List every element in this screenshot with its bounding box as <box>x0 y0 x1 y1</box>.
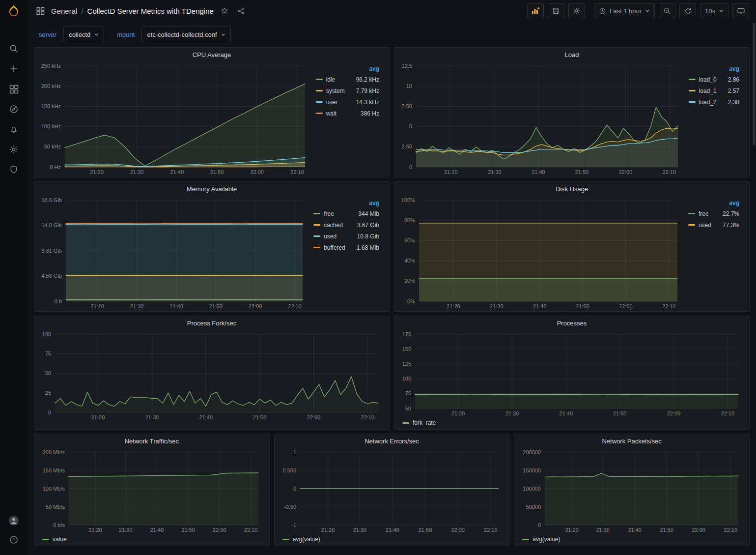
legend-item[interactable]: system7.79 kHz <box>316 85 379 96</box>
variables-bar: server collectd mount etc-collectd-colle… <box>28 22 756 47</box>
panel-legend[interactable]: avg(value) <box>275 535 509 546</box>
legend-item[interactable]: load_02.86 <box>689 74 739 85</box>
chart-disk[interactable]: 0%20%40%60%80%100%21:2021:3021:4021:5022… <box>397 196 685 310</box>
save-dashboard-button[interactable] <box>548 3 564 18</box>
panel-net_packets: Network Packets/sec050000100000150000200… <box>514 434 750 546</box>
svg-text:0: 0 <box>48 409 51 415</box>
chart-fork[interactable]: 025507510021:2021:3021:4021:5022:0022:10 <box>37 330 386 421</box>
legend-item[interactable]: wait386 Hz <box>316 108 379 119</box>
panel-title[interactable]: Network Errors/sec <box>275 434 509 448</box>
series-name: avg(value) <box>532 536 560 543</box>
chart-net_errors[interactable]: -1-0.5000.500121:2021:3021:4021:5022:002… <box>278 448 506 534</box>
legend-item[interactable]: used10.8 Gib <box>313 231 379 242</box>
legend-item[interactable]: load_22.38 <box>689 96 739 108</box>
zoom-out-icon <box>663 7 671 15</box>
series-swatch <box>522 539 529 540</box>
panel-title[interactable]: Process Fork/sec <box>34 316 389 330</box>
panel-title[interactable]: Network Packets/sec <box>514 434 749 448</box>
scrollbar[interactable] <box>753 23 756 554</box>
variable-value-server[interactable]: collectd <box>63 27 104 42</box>
chart-load[interactable]: 02.5057.501012.521:2021:3021:4021:5022:0… <box>397 61 686 176</box>
svg-text:14.0 Gib: 14.0 Gib <box>41 222 62 228</box>
svg-text:250 kHz: 250 kHz <box>41 63 61 69</box>
page-title: CollectD Server Metrics with TDengine <box>87 7 214 15</box>
help-icon[interactable]: ? <box>8 534 19 545</box>
grafana-logo[interactable] <box>0 0 28 23</box>
scrollbar-thumb[interactable] <box>753 23 756 146</box>
refresh-interval-label: 10s <box>705 7 715 15</box>
series-name: value <box>53 536 67 543</box>
legend-item[interactable]: idle96.2 kHz <box>316 74 379 85</box>
panel-legend[interactable]: fork_rate <box>394 418 749 429</box>
create-icon[interactable] <box>8 63 19 74</box>
breadcrumb-folder[interactable]: General <box>51 7 77 15</box>
panel-legend[interactable]: value <box>34 535 269 546</box>
svg-text:22:00: 22:00 <box>692 527 706 533</box>
legend-item[interactable]: free22.7% <box>688 208 739 219</box>
time-range-picker[interactable]: Last 1 hour <box>594 3 655 18</box>
legend-item[interactable]: load_12.57 <box>689 85 739 96</box>
alerting-icon[interactable] <box>8 124 19 135</box>
user-avatar[interactable] <box>8 515 19 526</box>
add-panel-button[interactable] <box>527 3 544 18</box>
legend-avg-header[interactable]: avg <box>369 65 379 72</box>
explore-icon[interactable] <box>8 104 19 115</box>
legend-item[interactable]: free344 Mib <box>313 208 379 219</box>
share-icon[interactable] <box>235 5 247 17</box>
panel-title[interactable]: Network Traffic/sec <box>34 434 269 448</box>
series-name: load_2 <box>699 99 717 106</box>
legend-item[interactable]: cached3.67 Gib <box>313 219 379 231</box>
search-icon[interactable] <box>8 43 19 54</box>
panel-title[interactable]: Memory Available <box>34 182 389 196</box>
chart-processes[interactable]: 507510012515017521:2021:3021:4021:5022:0… <box>397 330 746 417</box>
star-icon[interactable] <box>219 5 230 17</box>
svg-text:22:00: 22:00 <box>307 414 321 420</box>
legend-item[interactable]: used77.3% <box>688 219 739 231</box>
breadcrumb-separator: / <box>81 7 83 15</box>
svg-text:21:20: 21:20 <box>90 169 104 175</box>
svg-text:50 Mb/s: 50 Mb/s <box>46 504 65 510</box>
apps-grid-icon[interactable] <box>34 5 46 17</box>
series-avg-value: 2.86 <box>720 76 739 83</box>
svg-text:100000: 100000 <box>523 486 541 492</box>
panel-title[interactable]: Load <box>394 48 749 61</box>
panel-title[interactable]: Disk Usage <box>394 182 749 196</box>
panel-title[interactable]: CPU Average <box>34 48 389 61</box>
refresh-interval-picker[interactable]: 10s <box>700 3 728 18</box>
cycle-view-button[interactable] <box>732 3 749 18</box>
legend-avg-header[interactable]: avg <box>729 200 739 206</box>
variable-mount: mount etc-collectd-collectd.conf <box>112 27 230 42</box>
series-avg-value: 3.67 Gib <box>349 222 379 229</box>
chart-memory[interactable]: 0 b4.66 Gib9.31 Gib14.0 Gib18.6 Gib21:20… <box>37 196 310 310</box>
dashboard-settings-button[interactable] <box>568 3 585 18</box>
variable-label-server: server <box>34 27 61 42</box>
svg-text:21:30: 21:30 <box>490 303 504 309</box>
series-name: used <box>324 233 336 240</box>
dashboards-icon[interactable] <box>8 84 19 94</box>
series-swatch <box>282 539 289 540</box>
chart-cpu[interactable]: 0 Hz50 kHz100 kHz150 kHz200 kHz250 kHz21… <box>37 61 313 176</box>
panel-legend[interactable]: avg(value) <box>514 535 749 546</box>
panel-title[interactable]: Processes <box>394 316 749 330</box>
legend-item[interactable]: buffered1.68 Mib <box>313 242 379 253</box>
legend-avg-header[interactable]: avg <box>729 65 739 72</box>
svg-text:150: 150 <box>402 346 411 352</box>
series-name: free <box>699 210 709 217</box>
zoom-out-button[interactable] <box>659 3 675 18</box>
legend-avg-header[interactable]: avg <box>369 200 379 206</box>
series-name: buffered <box>324 244 345 251</box>
svg-text:22:00: 22:00 <box>619 169 633 175</box>
chart-net_packets[interactable]: 05000010000015000020000021:2021:3021:402… <box>517 448 746 534</box>
series-name: user <box>326 99 337 106</box>
svg-text:21:30: 21:30 <box>488 169 502 175</box>
refresh-button[interactable] <box>679 3 696 18</box>
legend-item[interactable]: user14.3 kHz <box>316 96 379 108</box>
gear-icon <box>573 7 581 15</box>
chart-svg: 025507510021:2021:3021:4021:5022:0022:10 <box>37 330 386 421</box>
variable-value-mount[interactable]: etc-collectd-collectd.conf <box>141 27 230 42</box>
svg-text:21:40: 21:40 <box>170 169 184 175</box>
server-admin-icon[interactable] <box>8 164 19 175</box>
chart-net_traffic[interactable]: 0 b/s50 Mb/s100 Mb/s150 Mb/s200 Mb/s21:2… <box>37 448 266 534</box>
configuration-icon[interactable] <box>8 144 19 155</box>
chart-svg: 0 Hz50 kHz100 kHz150 kHz200 kHz250 kHz21… <box>37 61 313 176</box>
